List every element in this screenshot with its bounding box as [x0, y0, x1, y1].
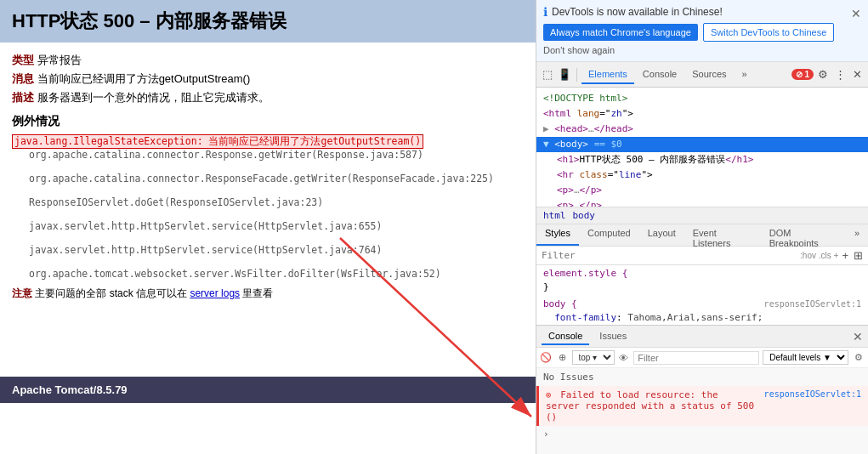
stack-line-4: javax.servlet.http.HttpServlet.service(H… — [12, 220, 524, 232]
html-line-doctype: <!DOCTYPE html> — [536, 91, 868, 106]
stack-line-2: org.apache.catalina.connector.ResponseFa… — [12, 173, 524, 184]
note-text: 主要问题的全部 stack 信息可以在 — [35, 287, 187, 299]
banner-close-icon[interactable]: ✕ — [851, 7, 861, 20]
styles-tab-event-listeners[interactable]: Event Listeners — [684, 224, 761, 246]
settings-icon[interactable]: ⚙ — [815, 67, 831, 82]
styles-tab-more[interactable]: » — [846, 224, 868, 246]
prompt-arrow: › — [543, 428, 549, 440]
message-value: 当前响应已经调用了方法getOutputStream() — [37, 72, 251, 85]
breadcrumb-body[interactable]: body — [573, 210, 596, 221]
devtools-panel: ℹ DevTools is now available in Chinese! … — [536, 0, 868, 454]
note-suffix: 里查看 — [242, 287, 273, 299]
breadcrumb: html body — [536, 207, 868, 224]
footer-bar: Apache Tomcat/8.5.79 — [0, 377, 536, 403]
styles-filter-input[interactable] — [542, 250, 797, 261]
tab-elements[interactable]: Elements — [582, 65, 634, 84]
html-line-h1: <h1>HTTP状态 500 – 内部服务器错误</h1> — [536, 152, 868, 167]
type-value: 异常报告 — [37, 54, 82, 66]
add-style-icon[interactable]: + — [842, 249, 848, 262]
style-settings-icon[interactable]: ⊞ — [854, 249, 863, 262]
message-label: 消息 — [12, 72, 34, 85]
switch-devtools-button[interactable]: Switch DevTools to Chinese — [703, 23, 834, 42]
banner-title: DevTools is now available in Chinese! — [552, 6, 723, 18]
console-filter-bar: 🚫 ⊕ top ▾ 👁 Default levels ▼ ⚙ — [536, 348, 868, 368]
close-devtools-icon[interactable]: ✕ — [849, 67, 865, 82]
tab-console[interactable]: Console — [636, 65, 684, 84]
match-language-button[interactable]: Always match Chrome's language — [543, 24, 698, 41]
css-rule-element-style: element.style { } — [536, 265, 868, 296]
stack-line-3: ResponseIOServlet.doGet(ResponseIOServle… — [12, 196, 524, 208]
error-title-bar: HTTP状态 500 – 内部服务器错误 — [0, 0, 536, 43]
html-line-body[interactable]: ▼ <body> == $0 — [536, 137, 868, 152]
error-title: HTTP状态 500 – 内部服务器错误 — [12, 10, 286, 31]
server-logs-link[interactable]: server logs — [190, 287, 240, 299]
message-line: 消息 当前响应已经调用了方法getOutputStream() — [12, 71, 524, 87]
console-error-row: ⊗ Failed to load resource: the server re… — [536, 386, 868, 426]
styles-tabs-bar: Styles Computed Layout Event Listeners D… — [536, 224, 868, 247]
banner-title-line: ℹ DevTools is now available in Chinese! — [543, 5, 861, 19]
devtools-main-toolbar: ⬚ 📱 Elements Console Sources » ⊘ 1 ⚙ ⋮ ✕ — [536, 62, 868, 88]
styles-tab-styles[interactable]: Styles — [536, 224, 579, 246]
html-line-hr: <hr class="line"> — [536, 167, 868, 183]
console-top-select[interactable]: top ▾ — [572, 350, 615, 365]
html-line-html: <html lang="zh"> — [536, 106, 868, 122]
html-line-head: ▶ <head>…</head> — [536, 122, 868, 137]
console-filter-input[interactable] — [633, 351, 759, 365]
console-clear-icon[interactable]: 🚫 — [540, 350, 553, 366]
console-levels-select[interactable]: Default levels ▼ — [763, 350, 848, 365]
css-rule-body: responseIOServlet:1 body { font-family: … — [536, 296, 868, 325]
console-error-text: Failed to load resource: the server resp… — [546, 389, 754, 423]
console-prompt: › — [536, 426, 868, 442]
no-issues-text: No Issues — [536, 368, 868, 386]
banner-buttons: Always match Chrome's language Switch De… — [543, 23, 861, 42]
stack-line-1: org.apache.catalina.connector.Response.g… — [12, 149, 524, 161]
console-section: Console Issues ✕ 🚫 ⊕ top ▾ 👁 Default lev… — [536, 325, 868, 442]
tab-more[interactable]: » — [735, 65, 754, 84]
styles-filter-bar: :hov .cls + + ⊞ — [536, 247, 868, 265]
styles-tab-layout[interactable]: Layout — [639, 224, 684, 246]
stack-line-5: javax.servlet.http.HttpServlet.service(H… — [12, 244, 524, 256]
exception-title: 例外情况 — [12, 114, 524, 129]
note-label: 注意 — [12, 287, 32, 299]
dont-show-link[interactable]: Don't show again — [543, 45, 615, 55]
footer-text: Apache Tomcat/8.5.79 — [12, 383, 128, 396]
description-value: 服务器遇到一个意外的情况，阻止它完成请求。 — [37, 91, 269, 104]
description-label: 描述 — [12, 91, 34, 104]
phone-icon[interactable]: 📱 — [557, 67, 572, 82]
console-error-source[interactable]: responseIOServlet:1 — [764, 389, 861, 399]
styles-tab-dom-breakpoints[interactable]: DOM Breakpoints — [761, 224, 846, 246]
stack-line-6: org.apache.tomcat.websocket.server.WsFil… — [12, 268, 524, 280]
breadcrumb-html[interactable]: html — [543, 210, 566, 221]
error-body: 类型 异常报告 消息 当前响应已经调用了方法getOutputStream() … — [0, 53, 536, 301]
console-tab-issues[interactable]: Issues — [593, 328, 633, 345]
css-source-1[interactable]: responseIOServlet:1 — [764, 298, 861, 311]
stack-line-0: java.lang.IllegalStateException: 当前响应已经调… — [12, 134, 423, 149]
console-close-icon[interactable]: ✕ — [853, 330, 863, 343]
console-eye-icon[interactable]: 👁 — [618, 350, 631, 366]
console-tab-console[interactable]: Console — [542, 328, 589, 345]
elements-panel: <!DOCTYPE html> <html lang="zh"> ▶ <head… — [536, 88, 868, 207]
devtools-banner: ℹ DevTools is now available in Chinese! … — [536, 0, 868, 62]
error-badge: ⊘ 1 — [791, 69, 814, 80]
console-gear-icon[interactable]: ⚙ — [852, 350, 865, 366]
error-page: HTTP状态 500 – 内部服务器错误 类型 异常报告 消息 当前响应已经调用… — [0, 0, 536, 454]
html-line-p2: <p>…</p> — [536, 198, 868, 207]
html-line-p1: <p>…</p> — [536, 183, 868, 198]
styles-filter-hint: :hov .cls + — [800, 251, 838, 260]
console-toolbar: Console Issues ✕ — [536, 326, 868, 348]
console-top-icon[interactable]: ⊕ — [556, 350, 569, 366]
console-error-content: ⊗ Failed to load resource: the server re… — [546, 389, 757, 423]
type-label: 类型 — [12, 54, 34, 66]
note-line: 注意 主要问题的全部 stack 信息可以在 server logs 里查看 — [12, 287, 524, 301]
type-line: 类型 异常报告 — [12, 53, 524, 68]
description-line: 描述 服务器遇到一个意外的情况，阻止它完成请求。 — [12, 90, 524, 105]
tab-sources[interactable]: Sources — [685, 65, 733, 84]
more-options-icon[interactable]: ⋮ — [832, 67, 848, 82]
css-rules-panel: element.style { } responseIOServlet:1 bo… — [536, 265, 868, 325]
styles-tab-computed[interactable]: Computed — [579, 224, 639, 246]
cursor-icon[interactable]: ⬚ — [540, 67, 555, 82]
error-icon: ⊗ — [546, 389, 552, 400]
stack-trace: java.lang.IllegalStateException: 当前响应已经调… — [12, 134, 524, 280]
